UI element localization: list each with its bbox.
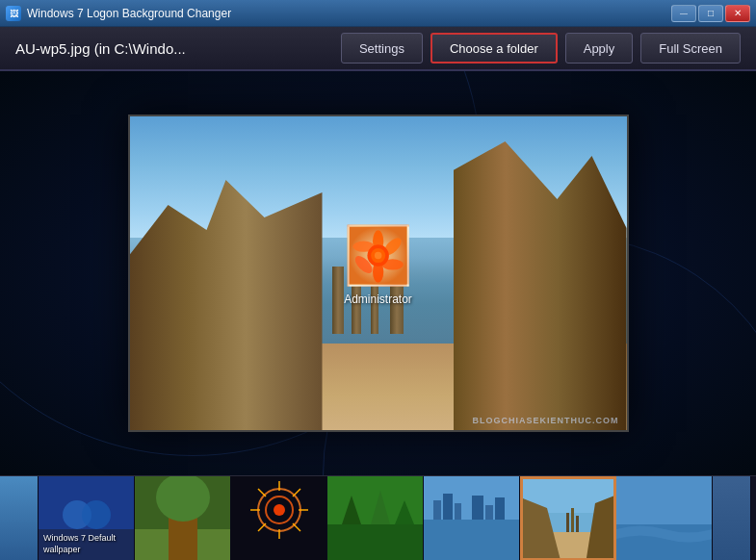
svg-rect-38 bbox=[443, 494, 453, 520]
thumb-partial-right[interactable] bbox=[713, 476, 751, 561]
user-avatar bbox=[348, 225, 409, 287]
stone-1 bbox=[332, 267, 344, 334]
thumb-2-preview bbox=[135, 476, 231, 561]
flower-icon bbox=[350, 225, 407, 287]
thumbnail-5[interactable] bbox=[424, 476, 520, 561]
user-name-label: Administrator bbox=[344, 293, 412, 306]
svg-rect-31 bbox=[327, 524, 424, 561]
preview-background: Administrator BLOGCHIASEKIENTHUC.COM bbox=[130, 116, 627, 430]
preview-window: Administrator BLOGCHIASEKIENTHUC.COM bbox=[128, 115, 629, 432]
main-preview-area: Administrator BLOGCHIASEKIENTHUC.COM bbox=[0, 71, 756, 475]
thumbnail-3[interactable] bbox=[231, 476, 327, 561]
svg-point-9 bbox=[375, 252, 382, 260]
app-icon: 🖼 bbox=[6, 6, 21, 21]
title-bar: 🖼 Windows 7 Logon Background Changer — □… bbox=[0, 0, 756, 27]
watermark: BLOGCHIASEKIENTHUC.COM bbox=[473, 416, 619, 425]
fullscreen-button[interactable]: Full Screen bbox=[640, 33, 741, 64]
svg-rect-42 bbox=[495, 497, 505, 520]
svg-rect-51 bbox=[616, 476, 713, 524]
current-file-label: AU-wp5.jpg (in C:\Windo... bbox=[15, 40, 333, 57]
thumb-4-preview bbox=[327, 476, 424, 561]
svg-rect-48 bbox=[566, 513, 569, 532]
rock-left-decoration bbox=[130, 180, 323, 430]
rock-right-decoration bbox=[454, 141, 627, 430]
svg-rect-36 bbox=[424, 520, 520, 561]
thumb-6-preview bbox=[523, 479, 616, 561]
thumb-3-preview bbox=[231, 476, 327, 561]
svg-rect-37 bbox=[433, 500, 441, 520]
thumbnail-strip: Windows 7 Default wallpaper bbox=[0, 475, 756, 560]
minimize-button[interactable]: — bbox=[671, 5, 696, 22]
thumbnail-6[interactable] bbox=[520, 476, 616, 561]
thumbnail-7[interactable] bbox=[616, 476, 713, 561]
thumbnail-4[interactable] bbox=[327, 476, 424, 561]
thumbnail-1[interactable]: Windows 7 Default wallpaper bbox=[39, 476, 135, 561]
user-login-box: Administrator bbox=[344, 225, 412, 306]
svg-rect-40 bbox=[472, 496, 483, 520]
thumb-5-preview bbox=[424, 476, 520, 561]
apply-button[interactable]: Apply bbox=[565, 33, 634, 64]
svg-point-13 bbox=[82, 500, 111, 529]
thumbnail-2[interactable] bbox=[135, 476, 231, 561]
choose-folder-button[interactable]: Choose a folder bbox=[430, 33, 558, 64]
thumb-partial-left[interactable] bbox=[0, 476, 39, 561]
thumb-7-preview bbox=[616, 476, 713, 561]
toolbar: AU-wp5.jpg (in C:\Windo... Settings Choo… bbox=[0, 27, 756, 71]
svg-point-21 bbox=[274, 504, 285, 516]
thumb-1-label: Windows 7 Default wallpaper bbox=[43, 533, 129, 555]
svg-rect-50 bbox=[576, 516, 579, 532]
svg-rect-41 bbox=[485, 505, 493, 520]
settings-button[interactable]: Settings bbox=[341, 33, 423, 64]
maximize-button[interactable]: □ bbox=[698, 5, 723, 22]
window-title: Windows 7 Logon Background Changer bbox=[27, 7, 665, 20]
svg-rect-39 bbox=[455, 503, 461, 520]
window-controls: — □ ✕ bbox=[671, 5, 750, 22]
svg-rect-49 bbox=[571, 508, 574, 532]
close-button[interactable]: ✕ bbox=[725, 5, 750, 22]
